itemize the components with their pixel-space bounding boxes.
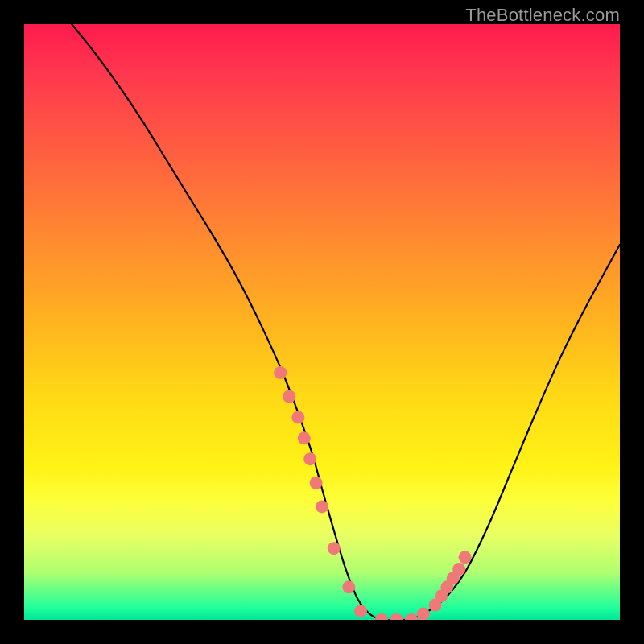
bottleneck-curve-line	[72, 24, 620, 620]
highlight-dot	[342, 580, 355, 593]
highlight-dot	[354, 605, 367, 617]
highlight-dot	[417, 608, 430, 620]
highlight-dots-group	[274, 366, 471, 620]
highlight-dot	[405, 613, 418, 620]
highlight-dot	[459, 551, 472, 564]
highlight-dot	[375, 613, 388, 620]
highlight-dot	[298, 431, 311, 444]
highlight-dot	[328, 542, 341, 555]
highlight-dot	[452, 563, 465, 576]
highlight-dot	[274, 366, 287, 379]
plot-area	[24, 24, 620, 620]
highlight-dot	[291, 411, 304, 423]
highlight-dot	[310, 477, 323, 489]
chart-svg	[24, 24, 620, 620]
highlight-dot	[283, 390, 295, 403]
watermark-text: TheBottleneck.com	[465, 5, 620, 26]
chart-frame: TheBottleneck.com	[0, 0, 644, 644]
highlight-dot	[316, 500, 328, 513]
highlight-dot	[303, 452, 316, 465]
highlight-dot	[390, 613, 403, 620]
